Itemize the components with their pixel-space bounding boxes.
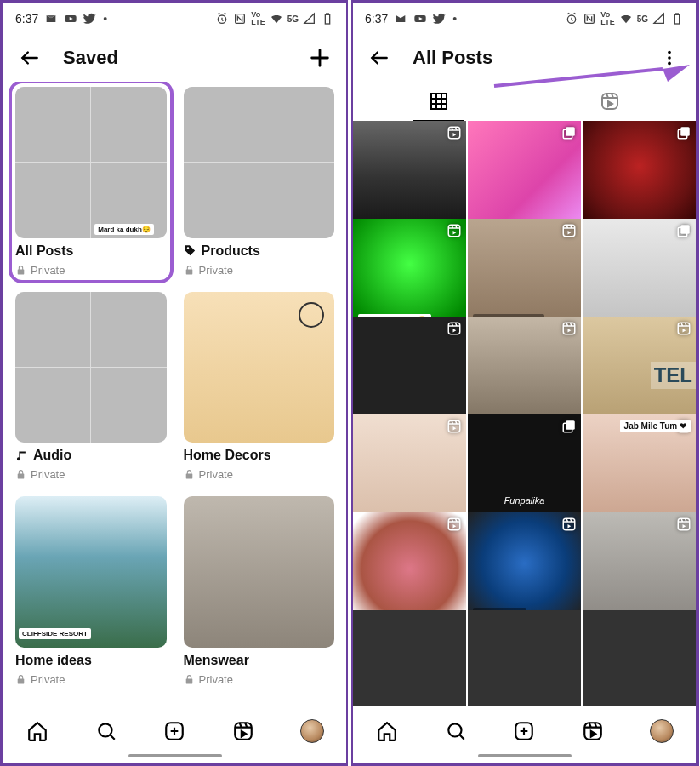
svg-rect-18 bbox=[448, 127, 460, 139]
gmail-icon bbox=[394, 12, 407, 26]
svg-rect-21 bbox=[680, 127, 690, 136]
collection-title: Products bbox=[202, 243, 260, 259]
nav-reels[interactable] bbox=[228, 716, 259, 746]
more-dot-icon: • bbox=[452, 12, 457, 26]
svg-rect-19 bbox=[566, 127, 575, 136]
view-tabs bbox=[353, 82, 696, 121]
post-thumb[interactable]: TEL bbox=[583, 317, 696, 430]
post-thumb[interactable]: Mard ka dukh😬 bbox=[353, 219, 466, 332]
more-dot-icon: • bbox=[103, 12, 107, 26]
nav-profile[interactable] bbox=[646, 716, 677, 746]
collection-menswear[interactable]: Menswear Private bbox=[184, 496, 335, 686]
collection-title: All Posts bbox=[15, 243, 167, 259]
collection-title: Home Decors bbox=[184, 448, 335, 463]
svg-rect-31 bbox=[566, 420, 575, 430]
nav-home[interactable] bbox=[372, 716, 402, 746]
battery-icon bbox=[670, 12, 684, 26]
nfc-icon bbox=[233, 12, 247, 26]
svg-rect-27 bbox=[448, 323, 460, 334]
svg-rect-29 bbox=[678, 323, 690, 334]
saved-scroll[interactable]: Mard ka dukh😔 All Posts Private bbox=[3, 82, 346, 706]
lock-icon bbox=[184, 674, 195, 685]
post-thumb[interactable] bbox=[583, 610, 696, 706]
nav-home[interactable] bbox=[22, 716, 53, 746]
twitter-icon bbox=[433, 12, 447, 26]
volte-icon: VoLTE bbox=[251, 11, 265, 26]
svg-point-13 bbox=[668, 51, 671, 54]
svg-rect-7 bbox=[235, 723, 252, 740]
nav-profile[interactable] bbox=[297, 716, 327, 746]
privacy-label: Private bbox=[199, 673, 233, 686]
tab-grid[interactable] bbox=[353, 82, 525, 121]
post-text: TEL bbox=[651, 362, 696, 389]
nav-create[interactable] bbox=[509, 716, 539, 746]
status-bar: 6:37 • VoLTE 5G bbox=[3, 3, 346, 34]
signal-icon bbox=[303, 12, 316, 26]
svg-rect-39 bbox=[584, 723, 601, 740]
post-thumb[interactable] bbox=[353, 121, 466, 234]
post-thumb[interactable] bbox=[583, 121, 696, 234]
volte-icon: VoLTE bbox=[600, 11, 614, 26]
nav-search[interactable] bbox=[91, 716, 122, 746]
youtube-icon bbox=[64, 12, 77, 26]
svg-point-14 bbox=[668, 56, 671, 60]
nav-create[interactable] bbox=[159, 716, 190, 746]
post-thumb[interactable] bbox=[353, 610, 466, 706]
lock-icon bbox=[15, 469, 26, 480]
post-thumb[interactable] bbox=[468, 610, 581, 706]
post-thumb[interactable]: Bhai mereko na bbox=[468, 219, 581, 332]
posts-grid[interactable]: Mard ka dukh😬Bhai mereko naTELFunpalikaJ… bbox=[353, 121, 696, 706]
status-bar: 6:37 • VoLTE 5G bbox=[353, 3, 696, 34]
svg-rect-28 bbox=[563, 323, 575, 334]
post-caption: Jab Mile Tum ❤ bbox=[620, 420, 691, 432]
alarm-icon bbox=[215, 12, 229, 26]
page-title: All Posts bbox=[413, 47, 636, 69]
gesture-bar bbox=[128, 754, 222, 757]
more-options-button[interactable] bbox=[655, 43, 684, 72]
collection-audio[interactable]: Audio Private bbox=[15, 292, 167, 482]
page-title: Saved bbox=[63, 47, 287, 69]
lock-icon bbox=[184, 469, 195, 480]
svg-rect-36 bbox=[678, 518, 690, 530]
post-thumb[interactable] bbox=[583, 219, 696, 332]
network-5g-label: 5G bbox=[287, 14, 299, 24]
nav-search[interactable] bbox=[441, 716, 471, 746]
lock-icon bbox=[15, 674, 26, 685]
post-thumb[interactable]: my favorite bbox=[468, 512, 581, 626]
post-thumb[interactable] bbox=[353, 414, 466, 528]
lock-icon bbox=[184, 265, 195, 276]
header-all-posts: All Posts bbox=[353, 34, 696, 82]
post-thumb[interactable] bbox=[353, 317, 466, 430]
post-thumb[interactable]: Jab Mile Tum ❤ bbox=[583, 414, 696, 528]
svg-rect-23 bbox=[448, 225, 460, 237]
svg-point-37 bbox=[448, 723, 461, 736]
post-thumb[interactable] bbox=[353, 512, 466, 626]
privacy-label: Private bbox=[31, 673, 65, 686]
collection-home-decors[interactable]: Home Decors Private bbox=[184, 292, 335, 482]
collection-title: Audio bbox=[33, 448, 71, 463]
thumb-caption: CLIFFSIDE RESORT bbox=[19, 628, 91, 639]
tab-reels[interactable] bbox=[525, 82, 697, 121]
post-thumb[interactable] bbox=[468, 121, 581, 234]
music-note-icon bbox=[15, 449, 28, 462]
collection-title: Menswear bbox=[184, 653, 335, 668]
battery-icon bbox=[321, 12, 334, 26]
back-button[interactable] bbox=[365, 43, 394, 72]
post-thumb[interactable]: Funpalika bbox=[468, 414, 581, 528]
privacy-label: Private bbox=[199, 264, 233, 277]
nav-reels[interactable] bbox=[578, 716, 608, 746]
thumb-caption: Mard ka dukh😔 bbox=[94, 224, 154, 235]
status-time: 6:37 bbox=[365, 12, 388, 26]
collection-all-posts[interactable]: Mard ka dukh😔 All Posts Private bbox=[14, 85, 168, 278]
avatar bbox=[650, 719, 674, 743]
add-collection-button[interactable] bbox=[305, 43, 334, 72]
post-thumb[interactable] bbox=[468, 317, 581, 430]
collection-home-ideas[interactable]: CLIFFSIDE RESORT Home ideas Private bbox=[15, 496, 167, 686]
svg-rect-12 bbox=[676, 14, 679, 14]
post-thumb[interactable] bbox=[583, 512, 696, 626]
svg-rect-34 bbox=[448, 518, 460, 530]
svg-point-15 bbox=[668, 62, 671, 66]
collection-products[interactable]: Products Private bbox=[184, 87, 335, 277]
back-button[interactable] bbox=[15, 43, 44, 72]
svg-rect-30 bbox=[448, 420, 460, 432]
